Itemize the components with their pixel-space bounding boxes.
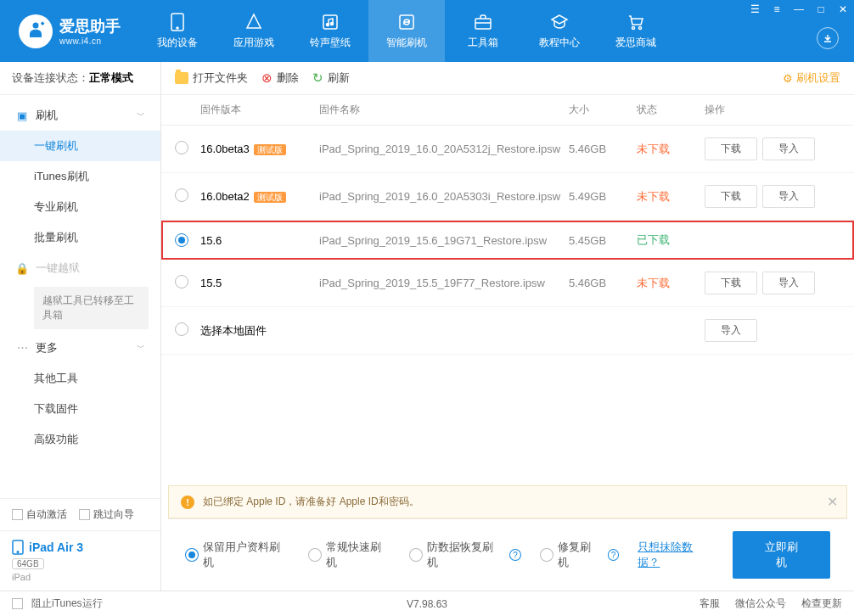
table-row[interactable]: 16.0beta2测试版 iPad_Spring_2019_16.0_20A53… bbox=[161, 173, 854, 221]
sidebar-item-advanced[interactable]: 高级功能 bbox=[0, 424, 160, 455]
update-link[interactable]: 检查更新 bbox=[801, 596, 842, 611]
music-icon bbox=[321, 13, 340, 31]
sidebar-group-more[interactable]: ⋯ 更多 ﹀ bbox=[0, 333, 160, 363]
auto-activate-checkbox[interactable]: 自动激活 bbox=[12, 507, 67, 522]
svg-rect-7 bbox=[475, 19, 491, 29]
sidebar-options: 自动激活 跳过向导 bbox=[0, 498, 160, 530]
block-itunes-checkbox[interactable]: 阻止iTunes运行 bbox=[12, 596, 103, 611]
svg-point-5 bbox=[331, 22, 334, 25]
main-content: 打开文件夹 ⊗删除 ↻刷新 ⚙刷机设置 固件版本 固件名称 大小 状态 操作 1… bbox=[161, 62, 854, 591]
row-radio[interactable] bbox=[175, 233, 188, 247]
close-button[interactable]: ✕ bbox=[832, 0, 854, 19]
opt-anti-recover[interactable]: 防数据恢复刷机? bbox=[409, 540, 521, 570]
row-radio[interactable] bbox=[175, 141, 188, 154]
refresh-icon bbox=[397, 13, 416, 31]
help-icon[interactable]: ? bbox=[608, 549, 620, 561]
logo-icon bbox=[19, 14, 53, 48]
logo[interactable]: 爱思助手 www.i4.cn bbox=[0, 0, 139, 62]
col-size: 大小 bbox=[569, 103, 637, 117]
table-row[interactable]: 16.0beta3测试版 iPad_Spring_2019_16.0_20A53… bbox=[161, 126, 854, 173]
nav-my-device[interactable]: 我的设备 bbox=[139, 0, 216, 62]
device-icon bbox=[168, 13, 187, 31]
list-icon[interactable]: ≡ bbox=[766, 0, 788, 19]
brand-title: 爱思助手 bbox=[59, 16, 121, 36]
import-button[interactable]: 导入 bbox=[762, 272, 815, 294]
download-circle-icon[interactable] bbox=[817, 27, 839, 49]
row-radio[interactable] bbox=[175, 322, 188, 336]
status-bar: 阻止iTunes运行 V7.98.63 客服 微信公众号 检查更新 bbox=[0, 591, 854, 616]
refresh-button[interactable]: ↻刷新 bbox=[312, 70, 350, 86]
svg-point-11 bbox=[17, 552, 19, 553]
delete-button[interactable]: ⊗删除 bbox=[261, 70, 299, 86]
nav-ringtones[interactable]: 铃声壁纸 bbox=[292, 0, 368, 62]
service-link[interactable]: 客服 bbox=[699, 596, 720, 611]
cart-icon bbox=[626, 13, 645, 31]
col-ops: 操作 bbox=[705, 103, 840, 117]
row-radio[interactable] bbox=[175, 275, 188, 288]
window-controls: ☰ ≡ — □ ✕ bbox=[744, 0, 854, 19]
app-header: 爱思助手 www.i4.cn 我的设备 应用游戏 铃声壁纸 智能刷机 工具箱 教… bbox=[0, 0, 854, 62]
help-icon[interactable]: ? bbox=[509, 549, 521, 561]
chip-icon: ▣ bbox=[15, 109, 29, 122]
nav-tools[interactable]: 工具箱 bbox=[445, 0, 521, 62]
maximize-button[interactable]: □ bbox=[810, 0, 832, 19]
import-button[interactable]: 导入 bbox=[762, 185, 815, 208]
opt-repair[interactable]: 修复刷机? bbox=[540, 540, 619, 570]
device-name[interactable]: iPad Air 3 bbox=[12, 540, 149, 555]
sidebar-group-jailbreak[interactable]: 🔒 一键越狱 bbox=[0, 253, 160, 283]
sidebar-group-flash[interactable]: ▣ 刷机 ﹀ bbox=[0, 100, 160, 131]
row-filename: iPad_Spring_2019_16.0_20A5303i_Restore.i… bbox=[319, 190, 569, 203]
lock-icon: 🔒 bbox=[15, 262, 29, 275]
notice-close-button[interactable]: ✕ bbox=[827, 494, 838, 510]
row-version: 15.5 bbox=[200, 277, 319, 289]
nav-flash[interactable]: 智能刷机 bbox=[368, 0, 445, 62]
open-folder-button[interactable]: 打开文件夹 bbox=[175, 70, 248, 86]
table-row[interactable]: 15.5 iPad_Spring_2019_15.5_19F77_Restore… bbox=[161, 260, 854, 307]
row-ops: 下载导入 bbox=[705, 185, 840, 208]
skip-guide-checkbox[interactable]: 跳过向导 bbox=[79, 507, 134, 522]
nav-apps[interactable]: 应用游戏 bbox=[216, 0, 292, 62]
download-button[interactable]: 下载 bbox=[705, 137, 757, 160]
row-size: 5.46GB bbox=[569, 277, 637, 289]
svg-rect-3 bbox=[323, 15, 337, 29]
nav-store[interactable]: 爱思商城 bbox=[598, 0, 674, 62]
opt-keep-data[interactable]: 保留用户资料刷机 bbox=[185, 540, 289, 570]
download-button[interactable]: 下载 bbox=[705, 185, 757, 208]
import-button[interactable]: 导入 bbox=[762, 137, 815, 160]
menu-icon[interactable]: ☰ bbox=[744, 0, 766, 19]
row-size: 5.46GB bbox=[569, 143, 637, 155]
row-radio[interactable] bbox=[175, 188, 188, 202]
erase-link[interactable]: 只想抹除数据？ bbox=[638, 540, 713, 570]
table-row[interactable]: 15.6 iPad_Spring_2019_15.6_19G71_Restore… bbox=[161, 221, 854, 260]
notice-bar: ! 如已绑定 Apple ID，请准备好 Apple ID和密码。 ✕ bbox=[168, 485, 847, 518]
row-status: 未下载 bbox=[637, 142, 705, 157]
opt-fast-flash[interactable]: 常规快速刷机 bbox=[308, 540, 390, 570]
table-row-local[interactable]: 选择本地固件 导入 bbox=[161, 307, 854, 355]
row-size: 5.49GB bbox=[569, 190, 637, 203]
sidebar-item-other-tools[interactable]: 其他工具 bbox=[0, 363, 160, 394]
sidebar-item-oneclick-flash[interactable]: 一键刷机 bbox=[0, 131, 160, 161]
start-flash-button[interactable]: 立即刷机 bbox=[733, 531, 830, 579]
sidebar-item-itunes-flash[interactable]: iTunes刷机 bbox=[0, 161, 160, 192]
col-status: 状态 bbox=[637, 103, 705, 117]
row-local-label: 选择本地固件 bbox=[200, 323, 319, 339]
row-size: 5.45GB bbox=[569, 234, 637, 247]
minimize-button[interactable]: — bbox=[788, 0, 810, 19]
action-bar: 保留用户资料刷机 常规快速刷机 防数据恢复刷机? 修复刷机? 只想抹除数据？ 立… bbox=[168, 518, 847, 591]
wechat-link[interactable]: 微信公众号 bbox=[735, 596, 786, 611]
row-filename: iPad_Spring_2019_15.5_19F77_Restore.ipsw bbox=[319, 277, 569, 289]
sidebar-item-pro-flash[interactable]: 专业刷机 bbox=[0, 192, 160, 222]
sidebar-item-batch-flash[interactable]: 批量刷机 bbox=[0, 222, 160, 253]
graduation-icon bbox=[550, 13, 569, 31]
download-button[interactable]: 下载 bbox=[705, 272, 757, 294]
nav-tutorials[interactable]: 教程中心 bbox=[521, 0, 598, 62]
flash-settings-button[interactable]: ⚙刷机设置 bbox=[783, 70, 840, 86]
row-status: 未下载 bbox=[637, 276, 705, 291]
row-filename: iPad_Spring_2019_16.0_20A5312j_Restore.i… bbox=[319, 143, 569, 155]
sidebar: 设备连接状态：正常模式 ▣ 刷机 ﹀ 一键刷机 iTunes刷机 专业刷机 批量… bbox=[0, 62, 161, 591]
svg-point-0 bbox=[33, 22, 39, 28]
device-panel: iPad Air 3 64GB iPad bbox=[0, 530, 160, 591]
firmware-rows: 16.0beta3测试版 iPad_Spring_2019_16.0_20A53… bbox=[161, 126, 854, 355]
sidebar-item-download-fw[interactable]: 下载固件 bbox=[0, 394, 160, 424]
import-button[interactable]: 导入 bbox=[705, 319, 757, 342]
